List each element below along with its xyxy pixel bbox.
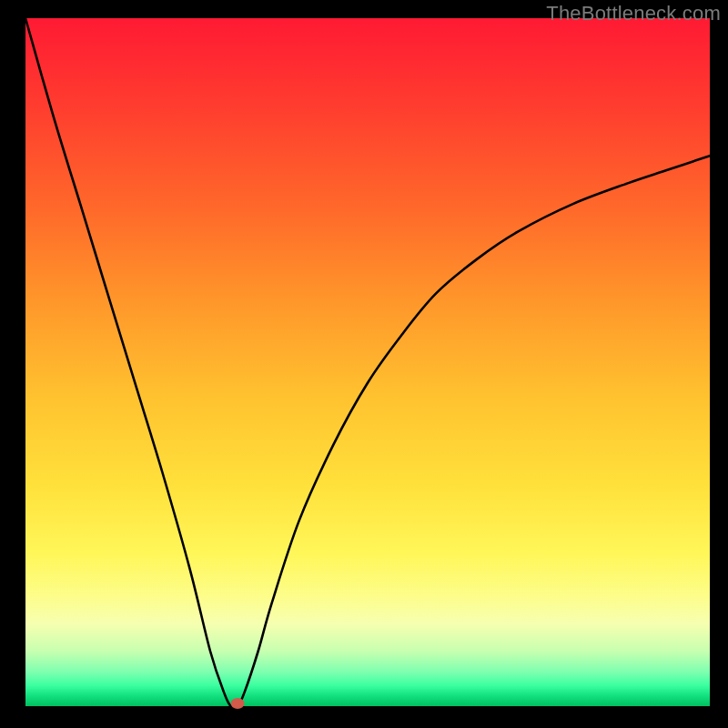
plot-area: [25, 18, 710, 706]
optimal-point-marker: [231, 698, 245, 709]
bottleneck-curve: [25, 18, 710, 708]
curve-svg: [25, 18, 710, 706]
watermark-text: TheBottleneck.com: [546, 2, 721, 25]
chart-container: TheBottleneck.com: [0, 0, 728, 728]
